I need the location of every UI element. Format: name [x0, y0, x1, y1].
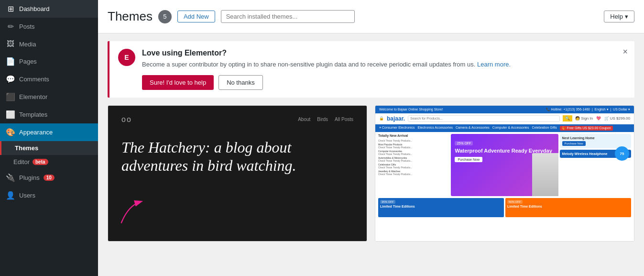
bajaar-purchase-btn-2: Purchase Now	[562, 141, 586, 146]
hatchery-nav: oo About Birds All Posts	[121, 115, 353, 124]
love-to-help-button[interactable]: Sure! I'd love to help	[142, 75, 214, 90]
sidebar-item-elementor[interactable]: ⬛ Elementor	[0, 88, 98, 106]
sidebar-subitem-themes[interactable]: Themes	[0, 141, 98, 155]
sidebar-item-label: Users	[19, 192, 35, 199]
theme-card-hatchery[interactable]: oo About Birds All Posts The Hatchery: a…	[108, 105, 367, 242]
sidebar-item-label: Appearance	[19, 129, 53, 136]
elementor-banner: E Love using Elementor? Become a super c…	[108, 41, 634, 98]
bajaar-purchase-btn: Purchase Now	[455, 157, 482, 162]
hatchery-logo: oo	[121, 115, 132, 124]
bajaar-logo: bajaar.	[387, 115, 405, 122]
themes-subitem-label: Themes	[15, 144, 38, 152]
sidebar-item-plugins[interactable]: 🔌 Plugins 10	[0, 169, 98, 187]
dashboard-icon: ⊞	[6, 4, 15, 13]
sidebar-item-pages[interactable]: 📄 Pages	[0, 53, 98, 70]
hatchery-nav-links: About Birds All Posts	[298, 117, 353, 122]
sidebar-subitem-editor[interactable]: Editor beta	[0, 155, 98, 169]
bajaar-bottom: 35% OFF Limited Time Editions 50% OFF Li…	[375, 198, 634, 219]
bajaar-logo-bar: 🔒 bajaar. 🔍 🧑 Sign In 💖 🛒 US $299.00	[375, 113, 634, 124]
sidebar: ⊞ Dashboard ✏ Posts 🖼 Media 📄 Pages 💬 Co…	[0, 0, 98, 276]
beta-badge: beta	[33, 159, 48, 165]
bajaar-promo-grid: Totally New Arrival Check Those Trendy P…	[375, 132, 634, 198]
bajaar-search-input	[408, 115, 560, 122]
elementor-icon: ⬛	[6, 92, 15, 101]
sidebar-item-users[interactable]: 👤 Users	[0, 187, 98, 204]
sidebar-item-media[interactable]: 🖼 Media	[0, 35, 98, 53]
chevron-down-icon: ▾	[625, 13, 628, 20]
themes-count-badge: 5	[158, 10, 172, 23]
help-label: Help	[610, 13, 623, 20]
comments-icon: 💬	[6, 75, 15, 84]
media-icon: 🖼	[6, 40, 15, 48]
sidebar-item-label: Pages	[19, 58, 37, 65]
sidebar-item-label: Plugins	[19, 174, 40, 181]
posts-icon: ✏	[6, 22, 15, 31]
page-title: Themes	[108, 9, 153, 24]
sidebar-item-label: Posts	[19, 23, 35, 30]
elementor-logo-icon: E	[118, 49, 135, 66]
sidebar-item-dashboard[interactable]: ⊞ Dashboard	[0, 0, 98, 18]
plugins-badge: 10	[44, 175, 55, 181]
sidebar-item-label: Templates	[19, 111, 47, 118]
theme-card-bajaar[interactable]: Welcome to Bajaar Online Shopping Store!…	[375, 105, 634, 242]
plugins-icon: 🔌	[6, 173, 15, 182]
sidebar-item-posts[interactable]: ✏ Posts	[0, 18, 98, 35]
banner-actions: Sure! I'd love to help No thanks	[142, 75, 626, 90]
sidebar-item-label: Dashboard	[19, 5, 50, 12]
topbar-left: Themes 5 Add New	[108, 9, 355, 24]
templates-icon: ⬜	[6, 110, 15, 119]
close-banner-button[interactable]: ×	[622, 47, 628, 57]
main-content: Themes 5 Add New Help ▾ E Love using Ele…	[98, 0, 644, 276]
hatchery-arrow	[118, 198, 146, 227]
sidebar-item-label: Comments	[19, 76, 49, 83]
pages-icon: 📄	[6, 57, 15, 66]
banner-description: Become a super contributor by opting in …	[142, 60, 626, 69]
learn-more-link[interactable]: Learn more.	[477, 61, 511, 68]
add-new-button[interactable]: Add New	[177, 11, 215, 22]
appearance-icon: 🎨	[6, 128, 15, 137]
bajaar-search-btn: 🔍	[563, 115, 572, 121]
banner-title: Love using Elementor?	[142, 49, 626, 57]
hatchery-title: The Hatchery: a blog about adventures in…	[121, 138, 353, 175]
no-thanks-button[interactable]: No thanks	[218, 75, 263, 90]
content-area: E Love using Elementor? Become a super c…	[98, 33, 644, 276]
hatchery-preview: oo About Birds All Posts The Hatchery: a…	[108, 106, 367, 241]
themes-grid: oo About Birds All Posts The Hatchery: a…	[108, 105, 634, 242]
sidebar-item-appearance[interactable]: 🎨 Appearance	[0, 123, 98, 141]
editor-subitem-label: Editor	[13, 158, 30, 166]
banner-content: Love using Elementor? Become a super con…	[142, 49, 626, 90]
search-input[interactable]	[221, 10, 355, 23]
sidebar-item-templates[interactable]: ⬜ Templates	[0, 106, 98, 123]
topbar: Themes 5 Add New Help ▾	[98, 0, 644, 33]
bajaar-nav: ≡ Consumer Electronics Electronics Acces…	[375, 124, 634, 132]
bajaar-preview: Welcome to Bajaar Online Shopping Store!…	[375, 106, 634, 241]
sidebar-item-comments[interactable]: 💬 Comments	[0, 70, 98, 88]
sidebar-item-label: Media	[19, 41, 36, 48]
help-button[interactable]: Help ▾	[604, 11, 634, 22]
users-icon: 👤	[6, 191, 15, 200]
bajaar-top-bar: Welcome to Bajaar Online Shopping Store!…	[375, 106, 634, 113]
sidebar-item-label: Elementor	[19, 93, 47, 100]
